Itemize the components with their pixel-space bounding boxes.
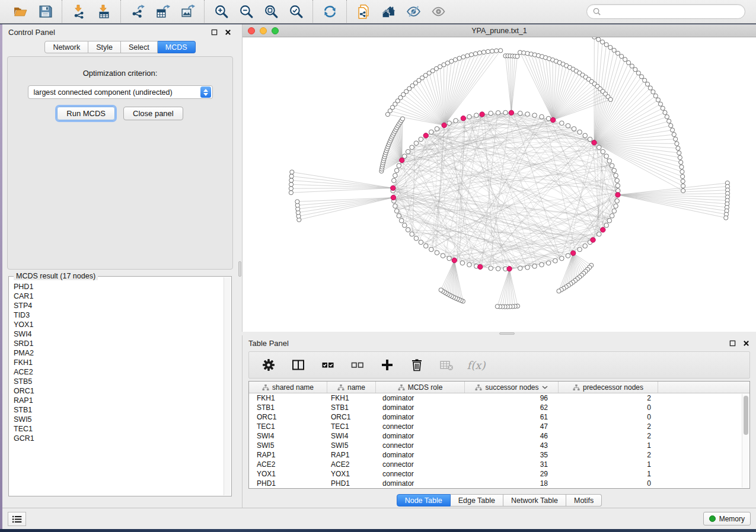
network-canvas[interactable] xyxy=(243,37,756,332)
search-input[interactable] xyxy=(604,8,739,16)
memory-button[interactable]: Memory xyxy=(703,512,751,525)
tab-mcds[interactable]: MCDS xyxy=(158,41,196,53)
zoom-in-button[interactable] xyxy=(213,4,229,20)
tab-edge-table[interactable]: Edge Table xyxy=(451,494,503,507)
vertical-splitter[interactable] xyxy=(238,24,242,508)
result-list-scrollbar[interactable] xyxy=(224,277,231,495)
criterion-select[interactable]: largest connected component (undirected) xyxy=(28,85,213,99)
import-table-icon xyxy=(97,4,111,19)
cell-name: YOX1 xyxy=(327,470,376,478)
unselect-all-columns-button[interactable] xyxy=(350,357,365,373)
result-list-item[interactable]: YOX1 xyxy=(14,320,224,329)
table-row[interactable]: FKH1FKH1dominator962 xyxy=(249,393,749,403)
task-history-button[interactable] xyxy=(8,512,26,526)
column-header-MCDS-role[interactable]: MCDS role xyxy=(376,382,465,393)
select-all-columns-button[interactable] xyxy=(320,357,336,373)
cell-successor_nodes: 31 xyxy=(465,460,559,469)
hide-selected-button[interactable] xyxy=(406,4,421,20)
column-header-successor-nodes[interactable]: successor nodes xyxy=(465,382,559,393)
table-row[interactable]: ACE2ACE2connector311 xyxy=(249,460,749,469)
tab-select[interactable]: Select xyxy=(121,41,158,53)
result-list-item[interactable]: SWI5 xyxy=(14,415,224,424)
close-panel-button[interactable]: Close panel xyxy=(123,107,183,120)
table-row[interactable]: TEC1TEC1connector472 xyxy=(249,422,749,431)
splitter-grip[interactable] xyxy=(238,261,241,277)
scrollbar-thumb[interactable] xyxy=(744,396,748,435)
export-table-button[interactable] xyxy=(155,4,170,20)
split-panel-button[interactable] xyxy=(291,357,306,373)
result-list-item[interactable]: RAP1 xyxy=(14,396,224,405)
tab-motifs[interactable]: Motifs xyxy=(566,494,602,507)
save-session-button[interactable] xyxy=(37,4,53,20)
show-all-button[interactable] xyxy=(430,4,446,20)
splitter-grip[interactable] xyxy=(499,332,515,335)
zoom-out-button[interactable] xyxy=(238,4,254,20)
tab-network[interactable]: Network xyxy=(44,41,88,53)
cell-predecessor_nodes: 2 xyxy=(559,451,658,459)
cell-predecessor_nodes: 2 xyxy=(559,432,658,440)
close-panel-icon[interactable] xyxy=(224,28,232,36)
result-list-item[interactable]: ORC1 xyxy=(14,386,224,396)
table-row[interactable]: YOX1YOX1connector291 xyxy=(249,469,749,479)
result-list-item[interactable]: PHD1 xyxy=(14,282,224,291)
table-row[interactable]: RAP1RAP1dominator352 xyxy=(249,450,749,460)
tab-node-table[interactable]: Node Table xyxy=(397,494,451,507)
gear-button[interactable] xyxy=(261,357,276,373)
node-table: shared namenameMCDS rolesuccessor nodesp… xyxy=(248,381,750,489)
table-scrollbar[interactable] xyxy=(742,394,749,488)
run-mcds-button[interactable]: Run MCDS xyxy=(57,107,115,120)
function-builder-icon: f(x) xyxy=(467,359,486,371)
result-list-item[interactable]: GCR1 xyxy=(14,434,224,443)
result-list-item[interactable]: TID3 xyxy=(14,310,224,320)
delete-columns-icon xyxy=(410,358,424,372)
result-list-item[interactable]: STP4 xyxy=(14,301,224,310)
cell-name: FKH1 xyxy=(327,394,376,402)
result-list-item[interactable]: SWI4 xyxy=(14,329,224,339)
memory-status-icon xyxy=(709,515,716,522)
delete-columns-button[interactable] xyxy=(409,357,425,373)
import-table-button[interactable] xyxy=(96,4,111,20)
tab-style[interactable]: Style xyxy=(88,41,121,53)
result-list-item[interactable]: FKH1 xyxy=(14,358,224,367)
export-image-button[interactable] xyxy=(180,4,195,20)
toolbar-icon-groups xyxy=(4,0,455,24)
table-header-row: shared namenameMCDS rolesuccessor nodesp… xyxy=(249,382,749,393)
table-row[interactable]: STB1STB1dominator620 xyxy=(249,403,749,412)
close-panel-icon[interactable] xyxy=(742,339,750,347)
float-panel-icon[interactable] xyxy=(729,339,736,347)
result-list-item[interactable]: STB5 xyxy=(14,377,224,386)
search-box[interactable] xyxy=(586,4,745,19)
float-panel-icon[interactable] xyxy=(210,28,218,36)
cell-shared_name: YOX1 xyxy=(249,470,327,478)
result-list-item[interactable]: TEC1 xyxy=(14,424,224,434)
column-header-predecessor-nodes[interactable]: predecessor nodes xyxy=(559,382,658,393)
zoom-fit-icon xyxy=(264,4,279,19)
zoom-fit-button[interactable] xyxy=(263,4,279,20)
network-document-button[interactable] xyxy=(356,4,371,20)
cell-mcds_role: connector xyxy=(376,460,465,469)
delete-table-button xyxy=(439,357,454,373)
result-list-item[interactable]: CAR1 xyxy=(14,291,224,301)
network-document-icon xyxy=(356,4,371,19)
table-row[interactable]: SWI4SWI4dominator462 xyxy=(249,431,749,441)
create-column-button[interactable] xyxy=(379,357,395,373)
refresh-button[interactable] xyxy=(322,4,337,20)
control-panel: Control Panel NetworkStyleSelectMCDS Opt… xyxy=(2,24,238,508)
table-row[interactable]: ORC1ORC1dominator610 xyxy=(249,412,749,422)
cell-name: RAP1 xyxy=(327,451,376,459)
result-list-item[interactable]: STB1 xyxy=(14,405,224,415)
result-list-item[interactable]: PMA2 xyxy=(14,348,224,358)
import-network-button[interactable] xyxy=(71,4,87,20)
zoom-selected-button[interactable] xyxy=(288,4,304,20)
tab-network-table[interactable]: Network Table xyxy=(503,494,566,507)
open-file-button[interactable] xyxy=(12,4,28,20)
main-toolbar xyxy=(0,0,756,24)
column-header-shared-name[interactable]: shared name xyxy=(249,382,327,393)
result-list-item[interactable]: SRD1 xyxy=(14,339,224,348)
table-row[interactable]: PHD1PHD1dominator180 xyxy=(249,479,749,488)
export-network-button[interactable] xyxy=(130,4,145,20)
column-header-name[interactable]: name xyxy=(327,382,376,393)
home-button[interactable] xyxy=(381,4,396,20)
table-row[interactable]: SWI5SWI5connector431 xyxy=(249,441,749,450)
result-list-item[interactable]: ACE2 xyxy=(14,367,224,377)
